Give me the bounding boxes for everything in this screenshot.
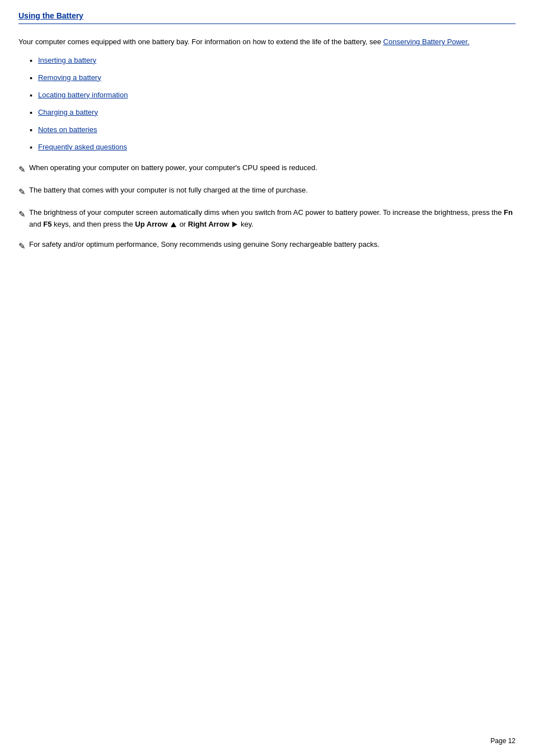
list-item: Notes on batteries [30,124,516,136]
page-title: Using the Battery [18,11,516,24]
list-item: Locating battery information [30,90,516,101]
page-container: Using the Battery Your computer comes eq… [0,0,534,278]
note-4-text: For safety and/or optimum performance, S… [29,239,516,251]
note-3-text: The brightness of your computer screen a… [29,207,516,231]
list-item: Frequently asked questions [30,142,516,153]
note-1: ✎ When operating your computer on batter… [18,162,516,176]
note-icon-2: ✎ [18,185,26,199]
inserting-battery-link[interactable]: Inserting a battery [38,55,96,66]
bullet-list: Inserting a battery Removing a battery L… [30,55,516,153]
faq-link[interactable]: Frequently asked questions [38,142,127,153]
notes-on-batteries-link[interactable]: Notes on batteries [38,124,97,135]
note-icon-1: ✎ [18,163,26,176]
page-number: Page 12 [490,737,516,745]
up-arrow-icon [171,222,176,227]
note-icon-4: ✎ [18,240,26,253]
list-item: Inserting a battery [30,55,516,67]
list-item: Removing a battery [30,72,516,84]
note-icon-3: ✎ [18,208,26,221]
removing-battery-link[interactable]: Removing a battery [38,72,101,83]
list-item: Charging a battery [30,107,516,119]
intro-paragraph: Your computer comes equipped with one ba… [18,36,516,48]
conserving-battery-link[interactable]: Conserving Battery Power. [383,37,470,46]
charging-battery-link[interactable]: Charging a battery [38,107,98,118]
note-2: ✎ The battery that comes with your compu… [18,185,516,198]
note-4: ✎ For safety and/or optimum performance,… [18,239,516,252]
note-2-text: The battery that comes with your compute… [29,185,516,196]
note-3: ✎ The brightness of your computer screen… [18,207,516,231]
right-arrow-icon [232,222,237,227]
note-1-text: When operating your computer on battery … [29,162,516,174]
locating-battery-link[interactable]: Locating battery information [38,90,128,101]
